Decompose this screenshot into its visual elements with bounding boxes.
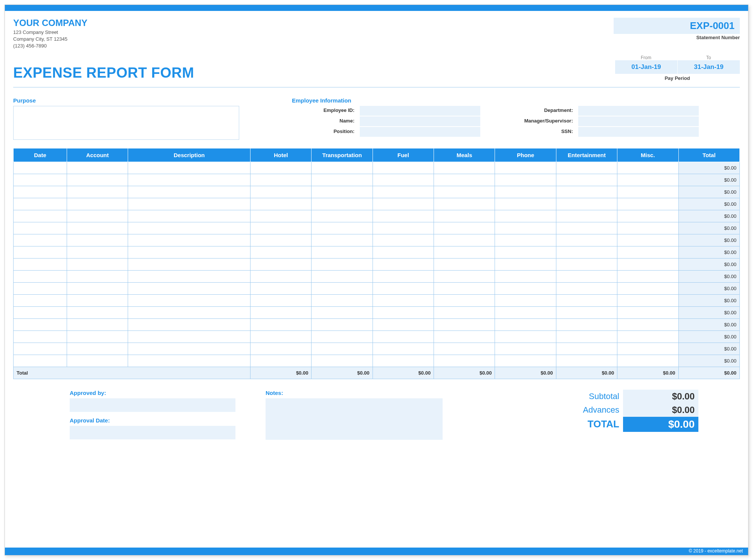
expense-cell[interactable]	[373, 174, 434, 186]
expense-cell[interactable]	[617, 174, 678, 186]
notes-input[interactable]	[266, 398, 443, 440]
approved-by-input[interactable]	[70, 398, 235, 412]
expense-cell[interactable]	[250, 294, 312, 306]
expense-cell[interactable]	[67, 294, 128, 306]
expense-cell[interactable]	[495, 234, 556, 246]
expense-cell[interactable]	[434, 355, 495, 367]
expense-cell[interactable]	[250, 162, 312, 174]
expense-cell[interactable]	[373, 246, 434, 258]
expense-cell[interactable]	[67, 270, 128, 282]
expense-cell[interactable]	[312, 258, 373, 270]
expense-cell[interactable]	[128, 306, 250, 318]
purpose-input[interactable]	[13, 106, 239, 140]
expense-cell[interactable]	[434, 198, 495, 210]
expense-cell[interactable]	[14, 198, 67, 210]
expense-cell[interactable]	[434, 246, 495, 258]
expense-cell[interactable]	[434, 222, 495, 234]
expense-cell[interactable]	[617, 282, 678, 294]
employee-id-input[interactable]	[360, 106, 480, 116]
expense-cell[interactable]	[617, 330, 678, 343]
expense-cell[interactable]	[556, 355, 617, 367]
expense-cell[interactable]	[312, 294, 373, 306]
expense-cell[interactable]	[128, 330, 250, 343]
expense-cell[interactable]	[556, 210, 617, 222]
expense-cell[interactable]	[434, 343, 495, 355]
expense-cell[interactable]	[617, 210, 678, 222]
expense-cell[interactable]	[434, 294, 495, 306]
expense-cell[interactable]	[14, 306, 67, 318]
expense-cell[interactable]	[67, 246, 128, 258]
expense-cell[interactable]	[495, 198, 556, 210]
expense-cell[interactable]	[67, 162, 128, 174]
expense-cell[interactable]	[312, 210, 373, 222]
expense-cell[interactable]	[312, 355, 373, 367]
expense-cell[interactable]	[373, 222, 434, 234]
expense-cell[interactable]	[434, 210, 495, 222]
expense-cell[interactable]	[14, 270, 67, 282]
expense-cell[interactable]	[67, 174, 128, 186]
expense-cell[interactable]	[14, 294, 67, 306]
expense-cell[interactable]	[556, 258, 617, 270]
expense-cell[interactable]	[128, 343, 250, 355]
expense-cell[interactable]	[14, 234, 67, 246]
expense-cell[interactable]	[14, 162, 67, 174]
expense-cell[interactable]	[250, 222, 312, 234]
expense-cell[interactable]	[373, 186, 434, 198]
expense-cell[interactable]	[312, 186, 373, 198]
expense-cell[interactable]	[67, 210, 128, 222]
expense-cell[interactable]	[14, 246, 67, 258]
expense-cell[interactable]	[128, 258, 250, 270]
expense-cell[interactable]	[373, 294, 434, 306]
expense-cell[interactable]	[617, 270, 678, 282]
expense-cell[interactable]	[67, 282, 128, 294]
expense-cell[interactable]	[556, 294, 617, 306]
expense-cell[interactable]	[14, 343, 67, 355]
expense-cell[interactable]	[373, 282, 434, 294]
expense-cell[interactable]	[617, 246, 678, 258]
expense-cell[interactable]	[556, 306, 617, 318]
expense-cell[interactable]	[128, 270, 250, 282]
expense-cell[interactable]	[250, 343, 312, 355]
expense-cell[interactable]	[373, 270, 434, 282]
expense-cell[interactable]	[617, 343, 678, 355]
expense-cell[interactable]	[434, 234, 495, 246]
expense-cell[interactable]	[434, 330, 495, 343]
expense-cell[interactable]	[434, 186, 495, 198]
expense-cell[interactable]	[312, 174, 373, 186]
expense-cell[interactable]	[617, 294, 678, 306]
expense-cell[interactable]	[67, 355, 128, 367]
department-input[interactable]	[578, 106, 699, 116]
expense-cell[interactable]	[373, 355, 434, 367]
expense-cell[interactable]	[495, 330, 556, 343]
period-from-date[interactable]: 01-Jan-19	[615, 60, 677, 74]
expense-cell[interactable]	[250, 270, 312, 282]
expense-cell[interactable]	[67, 343, 128, 355]
expense-cell[interactable]	[14, 186, 67, 198]
advances-value[interactable]: $0.00	[623, 403, 698, 417]
statement-number[interactable]: EXP-0001	[614, 18, 740, 34]
expense-cell[interactable]	[312, 330, 373, 343]
approval-date-input[interactable]	[70, 426, 235, 439]
expense-cell[interactable]	[312, 246, 373, 258]
expense-cell[interactable]	[312, 318, 373, 330]
expense-cell[interactable]	[434, 282, 495, 294]
expense-cell[interactable]	[250, 355, 312, 367]
expense-cell[interactable]	[495, 282, 556, 294]
expense-cell[interactable]	[250, 234, 312, 246]
expense-cell[interactable]	[250, 258, 312, 270]
expense-cell[interactable]	[312, 222, 373, 234]
expense-cell[interactable]	[617, 186, 678, 198]
expense-cell[interactable]	[556, 186, 617, 198]
expense-cell[interactable]	[373, 234, 434, 246]
expense-cell[interactable]	[373, 343, 434, 355]
expense-cell[interactable]	[128, 198, 250, 210]
expense-cell[interactable]	[617, 222, 678, 234]
expense-cell[interactable]	[556, 318, 617, 330]
expense-cell[interactable]	[312, 270, 373, 282]
expense-cell[interactable]	[67, 186, 128, 198]
expense-cell[interactable]	[617, 198, 678, 210]
expense-cell[interactable]	[617, 258, 678, 270]
expense-cell[interactable]	[67, 258, 128, 270]
expense-cell[interactable]	[312, 198, 373, 210]
expense-cell[interactable]	[617, 355, 678, 367]
